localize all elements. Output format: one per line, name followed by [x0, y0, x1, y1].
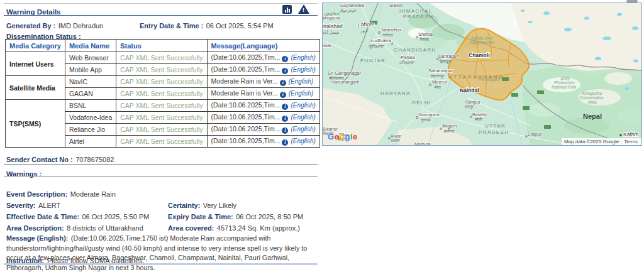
media-name-cell: Mobile App: [65, 64, 116, 76]
map-label: देहरादून: [439, 59, 451, 64]
map-label: Gurugram: [418, 112, 440, 117]
sender-contact-value: 7078675082: [75, 156, 114, 163]
map-label: ਜਲੰਧਰ: [382, 33, 394, 37]
effective-expiry-row: Effective Date & Time: 06 Oct 2025, 5:50…: [6, 210, 318, 222]
status-cell: CAP XML Sent Successfully: [116, 124, 207, 136]
column-header: Status: [116, 40, 207, 52]
google-logo[interactable]: Google: [328, 132, 358, 141]
generated-by-label: Generated By :: [6, 22, 55, 30]
effective-value: 06 Oct 2025, 5:50 PM: [82, 213, 149, 220]
map-label: DELHI: [412, 100, 431, 106]
message-preview: (Date:10.06.2025,Tim...: [211, 137, 280, 144]
status-cell: CAP XML Sent Successfully: [116, 88, 207, 100]
language-label: (English): [291, 66, 315, 73]
map-label: National Park: [552, 85, 577, 89]
map-label: Nepal: [583, 112, 602, 120]
message-cell: (Date:10.06.2025,Tim...i(English): [207, 136, 319, 148]
map-label: Sitapur: [528, 132, 542, 137]
map-label: لاہور: [360, 28, 368, 33]
info-icon[interactable]: i: [282, 116, 288, 122]
divider: [4, 164, 318, 165]
map-label: Sialkot: [389, 3, 402, 8]
terms-link[interactable]: Terms: [623, 139, 639, 144]
map-label: iwal: [323, 43, 331, 48]
language-label: (English): [289, 90, 313, 97]
media-name-cell: Reliance Jio: [65, 124, 116, 136]
generated-by-row: Generated By : IMD Dehradun Entry Date &…: [6, 19, 318, 31]
map-label: كوجرانوالہ: [339, 8, 357, 13]
info-icon[interactable]: i: [282, 128, 288, 134]
map-label: PRADESH: [403, 14, 433, 19]
status-cell: CAP XML Sent Successfully: [116, 52, 207, 64]
media-name-cell: Web Browser: [65, 52, 116, 64]
message-preview: (Date:10.06.2025,Tim...: [211, 113, 280, 121]
map-label: मेरठ: [434, 85, 441, 89]
area-row: Area Description: 8 districts of Uttarak…: [6, 222, 318, 233]
map-canvas[interactable]: GujranwalaكوجرانوالہSialkotHIMACHALPRADE…: [322, 3, 642, 146]
info-icon[interactable]: i: [282, 104, 288, 110]
scrollbar-fragment[interactable]: [626, 0, 638, 3]
message-cell: (Date:10.06.2025,Tim...i(English): [207, 64, 319, 76]
map-label: सहारनपुर: [430, 73, 445, 79]
event-description-row: Event Description: Moderate Rain: [6, 188, 318, 199]
attribution-text: Map data ©2025 Google: [564, 139, 619, 144]
column-header: Media Name: [65, 40, 116, 52]
map-label: Patiala: [401, 55, 416, 60]
media-name-cell: NavIC: [65, 76, 116, 88]
sender-contact-label: Sender Contact No :: [6, 156, 73, 163]
language-label: (English): [289, 78, 313, 85]
severity-label: Severity:: [6, 202, 35, 209]
area-covered-value: 45713.24 Sq. Km (approx.): [217, 224, 300, 232]
expiry-value: 06 Oct 2025, 8:50 PM: [236, 213, 303, 220]
message-preview: (Date:10.06.2025,Tim...: [211, 125, 280, 133]
kathmandu-marker: [619, 134, 621, 136]
info-icon[interactable]: i: [280, 80, 286, 86]
message-preview: (Date:10.06.2025,Tim...: [211, 65, 280, 73]
map-label: Pithoragarh: [479, 77, 500, 82]
map-label: PRADESH: [479, 129, 509, 135]
media-name-cell: Vodafone-Idea: [65, 112, 116, 124]
status-cell: CAP XML Sent Successfully: [116, 100, 207, 112]
map-label: ਪਟਿਆਲਾ: [399, 60, 415, 65]
panel-header: Warning Details: [6, 6, 316, 15]
map-attribution: Map data ©2025 GoogleTerms: [562, 138, 641, 145]
warning-details-page: Warning Details Generated By : IMD Dehra…: [0, 0, 644, 272]
message-cell: (Date:10.06.2025,Tim...i(English): [207, 52, 319, 64]
message-preview: Moderate Rain is Ver...: [211, 77, 278, 85]
map-label: Gujranwala: [340, 3, 365, 8]
map-label: Bikaner: [323, 127, 338, 131]
message-cell: Moderate Rain is Ver...i(English): [207, 88, 319, 100]
column-header: Message(Language): [207, 40, 319, 52]
info-icon[interactable]: i: [282, 56, 288, 62]
severity-certainty-row: Severity: ALERT Certainty: Very Likely: [6, 199, 318, 210]
map-label: Phoksundo: [554, 80, 575, 85]
map-label: PUNJAB: [360, 58, 386, 63]
chart-icon[interactable]: [282, 5, 292, 14]
status-cell: CAP XML Sent Successfully: [116, 112, 207, 124]
map-label: khupura: [323, 15, 340, 21]
map-label: Area: [587, 100, 597, 104]
warning-triangle-icon[interactable]: [298, 4, 309, 14]
warning-details-panel: Warning Details Generated By : IMD Dehra…: [5, 0, 318, 272]
entry-datetime-value: 06 Oct 2025, 5:54 PM: [206, 22, 274, 30]
effective-label: Effective Date & Time:: [6, 213, 79, 220]
map-label: Mathura: [414, 142, 431, 146]
media-name-cell: GAGAN: [65, 88, 116, 100]
table-row: Internet UsersWeb BrowserCAP XML Sent Su…: [6, 52, 320, 64]
divider: [4, 15, 318, 16]
info-icon[interactable]: i: [282, 139, 288, 146]
language-label: (English): [291, 114, 315, 121]
map-label: रामपुर: [464, 104, 474, 109]
info-icon[interactable]: i: [282, 68, 288, 74]
table-row: TSP(SMS)BSNLCAP XML Sent Successfully(Da…: [6, 100, 320, 112]
info-icon[interactable]: i: [280, 92, 286, 98]
status-cell: CAP XML Sent Successfully: [116, 64, 207, 76]
map-label: अलीगढ़: [443, 129, 455, 133]
media-category-cell: Satellite Media: [6, 76, 65, 100]
map-label: isalabad: [323, 23, 343, 30]
map-label: Nainital: [460, 87, 479, 94]
map-label: Kathm: [623, 131, 639, 138]
map-label: UTTAR: [485, 123, 506, 129]
map-label: Alwar: [391, 134, 402, 138]
language-label: (English): [291, 54, 315, 61]
